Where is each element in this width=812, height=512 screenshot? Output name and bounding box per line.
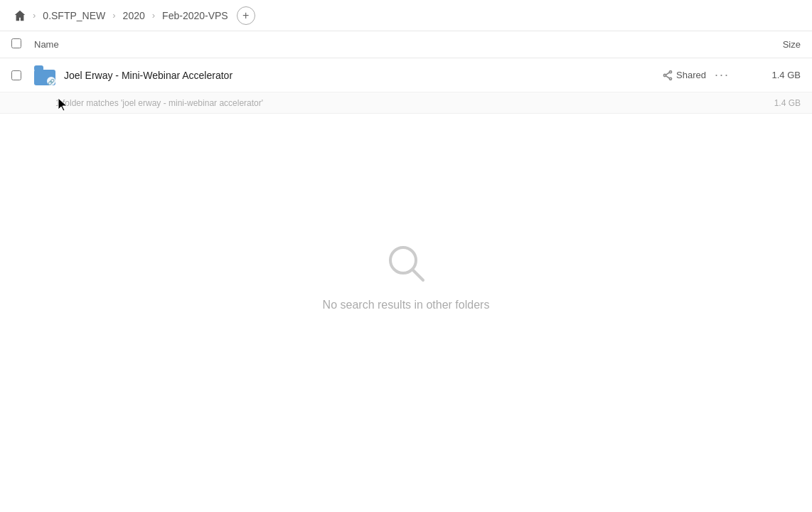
svg-point-5: [663, 74, 666, 76]
svg-point-4: [669, 70, 671, 73]
breadcrumb-separator-1: ›: [33, 10, 36, 21]
name-column-header: Name: [34, 39, 744, 50]
breadcrumb-item-2020[interactable]: 2020: [120, 9, 148, 23]
column-header: Name Size: [0, 31, 812, 58]
match-row: 1 folder matches 'joel erway - mini-webi…: [0, 92, 812, 114]
file-size: 1.4 GB: [744, 70, 801, 80]
file-actions: Shared ···: [662, 66, 732, 84]
svg-line-8: [666, 75, 670, 78]
empty-state: No search results in other folders: [0, 114, 812, 311]
breadcrumb-separator-2: ›: [112, 10, 115, 21]
shared-badge[interactable]: Shared: [662, 70, 706, 81]
breadcrumb-bar: › 0.SFTP_NEW › 2020 › Feb-2020-VPS +: [0, 0, 812, 31]
folder-link-icon: 🔗: [34, 64, 57, 87]
svg-point-6: [669, 78, 671, 80]
match-text: 1 folder matches 'joel erway - mini-webi…: [55, 98, 744, 108]
more-options-button[interactable]: ···: [712, 66, 732, 84]
svg-line-10: [412, 270, 423, 280]
file-row[interactable]: 🔗 Joel Erway - Mini-Webinar Accelerator …: [0, 58, 812, 92]
svg-rect-1: [34, 65, 43, 71]
select-all-checkbox[interactable]: [11, 38, 28, 51]
match-size: 1.4 GB: [744, 98, 801, 108]
add-breadcrumb-button[interactable]: +: [237, 6, 255, 25]
shared-label: Shared: [676, 70, 706, 80]
breadcrumb-separator-3: ›: [152, 10, 155, 21]
no-results-icon: [385, 242, 427, 287]
home-button[interactable]: [11, 7, 28, 24]
no-results-text: No search results in other folders: [323, 299, 490, 311]
size-column-header: Size: [744, 39, 801, 50]
file-checkbox[interactable]: [11, 70, 28, 80]
breadcrumb-item-sftp[interactable]: 0.SFTP_NEW: [40, 9, 108, 23]
breadcrumb-item-feb[interactable]: Feb-2020-VPS: [159, 9, 231, 23]
svg-line-7: [666, 73, 670, 75]
file-name: Joel Erway - Mini-Webinar Accelerator: [64, 70, 662, 81]
select-all-input[interactable]: [11, 38, 21, 48]
svg-text:🔗: 🔗: [48, 78, 55, 85]
file-checkbox-input[interactable]: [11, 70, 21, 80]
